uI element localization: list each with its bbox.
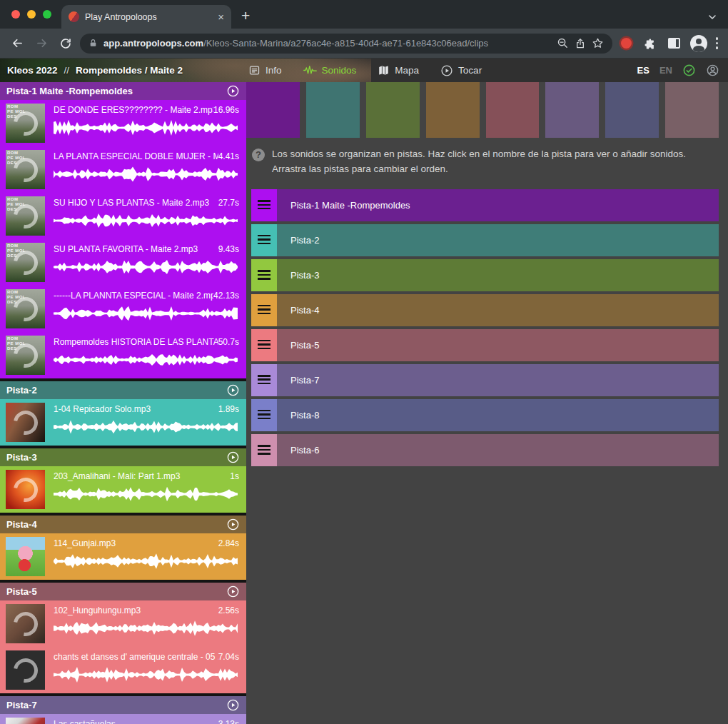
tab-mapa-label: Mapa bbox=[395, 65, 419, 76]
lang-es-button[interactable]: ES bbox=[637, 65, 649, 76]
tab-tocar[interactable]: Tocar bbox=[440, 64, 482, 77]
play-track-button[interactable] bbox=[226, 84, 240, 98]
clip-duration: 50.7s bbox=[218, 337, 239, 347]
audio-clip[interactable]: ROM PE MOL DES Rompemoldes HISTORIA DE L… bbox=[0, 332, 246, 378]
track-row-pista2[interactable]: Pista-2 bbox=[251, 224, 719, 256]
tab-sonidos-label: Sonidos bbox=[322, 65, 357, 76]
color-swatch bbox=[306, 82, 360, 138]
address-bar[interactable]: app.antropoloops.com/Kleos-Santa-Marina/… bbox=[80, 34, 612, 54]
color-swatch bbox=[426, 82, 480, 138]
play-track-button[interactable] bbox=[226, 451, 240, 464]
track-name: Pista-2 bbox=[6, 385, 37, 396]
track-row-name[interactable]: Pista-4 bbox=[277, 294, 719, 326]
reload-button[interactable] bbox=[56, 34, 76, 54]
color-swatch bbox=[486, 82, 540, 138]
drag-handle-icon[interactable] bbox=[251, 189, 277, 221]
side-panel-icon[interactable] bbox=[664, 34, 684, 54]
tab-favicon bbox=[69, 11, 79, 22]
zoom-window-button[interactable] bbox=[43, 10, 51, 19]
extensions-puzzle-icon[interactable] bbox=[640, 34, 660, 54]
browser-menu-icon[interactable] bbox=[713, 37, 722, 49]
clip-thumbnail: ROM PE MOL DES bbox=[6, 243, 45, 282]
profile-avatar[interactable] bbox=[689, 34, 709, 54]
drag-handle-icon[interactable] bbox=[251, 434, 277, 466]
waveform bbox=[54, 418, 239, 436]
track-row-name[interactable]: Pista-5 bbox=[277, 329, 719, 361]
track-row-name[interactable]: Pista-6 bbox=[277, 434, 719, 466]
breadcrumb-project[interactable]: Kleos 2022 bbox=[7, 65, 58, 76]
track-header[interactable]: Pista-7 bbox=[0, 696, 246, 714]
browser-window: Play Antropoloops × + app.antropoloops.c… bbox=[0, 0, 728, 724]
track-name: Pista-3 bbox=[6, 452, 37, 463]
clip-thumbnail bbox=[6, 403, 45, 442]
track-row-pista3[interactable]: Pista-3 bbox=[251, 259, 719, 291]
drag-handle-icon[interactable] bbox=[251, 399, 277, 431]
tab-sonidos[interactable]: Sonidos bbox=[303, 65, 357, 76]
tab-close-icon[interactable]: × bbox=[218, 11, 224, 22]
clip-duration: 3.13s bbox=[218, 719, 239, 724]
new-tab-button[interactable]: + bbox=[241, 7, 250, 24]
audio-clip[interactable]: chants et danses d' amerique centrale - … bbox=[0, 647, 246, 693]
track-header[interactable]: Pista-1 Maite -Rompemoldes bbox=[0, 82, 246, 100]
drag-handle-icon[interactable] bbox=[251, 259, 277, 291]
track-row-pista6[interactable]: Pista-6 bbox=[251, 434, 719, 466]
tab-search-chevron-icon[interactable] bbox=[707, 11, 718, 23]
track-row-name[interactable]: Pista-7 bbox=[277, 364, 719, 396]
track-row-name[interactable]: Pista-8 bbox=[277, 399, 719, 431]
breadcrumb-path[interactable]: Rompemoldes / Maite 2 bbox=[76, 65, 183, 76]
drag-handle-icon[interactable] bbox=[251, 294, 277, 326]
back-button[interactable] bbox=[7, 34, 27, 54]
clip-title: 203_Amalihani - Mali: Part 1.mp3 bbox=[54, 471, 230, 481]
clip-duration: 2.56s bbox=[218, 605, 239, 615]
tab-mapa[interactable]: Mapa bbox=[378, 64, 419, 76]
track-row-name[interactable]: Pista-3 bbox=[277, 259, 719, 291]
audio-clip[interactable]: 203_Amalihani - Mali: Part 1.mp3 1s bbox=[0, 466, 246, 513]
color-swatch bbox=[665, 82, 719, 138]
audio-clip[interactable]: ROM PE MOL DES LA PLANTA ESPECIAL DOBLE … bbox=[0, 146, 246, 193]
tab-info[interactable]: Info bbox=[248, 64, 282, 76]
track-row-pista1[interactable]: Pista-1 Maite -Rompemoldes bbox=[251, 189, 719, 221]
lang-en-button[interactable]: EN bbox=[659, 65, 672, 76]
waveform bbox=[54, 351, 239, 369]
waveform bbox=[54, 304, 239, 323]
track-row-name[interactable]: Pista-1 Maite -Rompemoldes bbox=[277, 189, 719, 221]
track-row-pista7[interactable]: Pista-7 bbox=[251, 364, 719, 396]
drag-handle-icon[interactable] bbox=[251, 329, 277, 361]
zoom-page-icon[interactable] bbox=[557, 37, 569, 49]
track-header[interactable]: Pista-5 bbox=[0, 583, 246, 600]
close-window-button[interactable] bbox=[11, 10, 20, 19]
play-track-button[interactable] bbox=[226, 698, 240, 712]
audio-clip[interactable]: 1-04 Repicador Solo.mp3 1.89s bbox=[0, 399, 246, 446]
track-row-pista4[interactable]: Pista-4 bbox=[251, 294, 719, 326]
track-header[interactable]: Pista-4 bbox=[0, 516, 246, 533]
status-check-icon[interactable] bbox=[682, 64, 696, 77]
audio-clip[interactable]: ROM PE MOL DES ------LA PLANNTA ESPECIAL… bbox=[0, 286, 246, 332]
share-icon[interactable] bbox=[575, 38, 586, 49]
audio-clip[interactable]: 114_Gunjai.mp3 2.84s bbox=[0, 533, 246, 580]
bookmark-star-icon[interactable] bbox=[592, 37, 604, 49]
audio-clip[interactable]: 102_Hunguhungu.mp3 2.56s bbox=[0, 600, 246, 647]
audio-clip[interactable]: ROM PE MOL DES SU PLANTA FAVORITA - Mait… bbox=[0, 239, 246, 286]
track-header[interactable]: Pista-2 bbox=[0, 381, 246, 399]
play-track-button[interactable] bbox=[226, 518, 240, 531]
drag-handle-icon[interactable] bbox=[251, 364, 277, 396]
audio-clip[interactable]: Las castañuelas 3.13s bbox=[0, 714, 246, 724]
track-row-pista8[interactable]: Pista-8 bbox=[251, 399, 719, 431]
url-text: app.antropoloops.com/Kleos-Santa-Marina/… bbox=[103, 38, 551, 49]
track-name: Pista-5 bbox=[6, 586, 37, 597]
minimize-window-button[interactable] bbox=[27, 10, 36, 19]
recording-indicator-icon[interactable] bbox=[621, 38, 632, 49]
track-row-pista5[interactable]: Pista-5 bbox=[251, 329, 719, 361]
track-header[interactable]: Pista-3 bbox=[0, 448, 246, 466]
clip-title: SU HIJO Y LAS PLANTAS - Maite 2.mp3 bbox=[54, 198, 218, 208]
drag-handle-icon[interactable] bbox=[251, 224, 277, 256]
audio-clip[interactable]: ROM PE MOL DES SU HIJO Y LAS PLANTAS - M… bbox=[0, 193, 246, 239]
audio-clip[interactable]: ROM PE MOL DES DE DONDE ERES???????? - M… bbox=[0, 100, 246, 146]
clip-thumbnail: ROM PE MOL DES bbox=[6, 289, 45, 328]
account-icon[interactable] bbox=[706, 64, 719, 77]
play-track-button[interactable] bbox=[226, 383, 240, 397]
track-row-name[interactable]: Pista-2 bbox=[277, 224, 719, 256]
play-track-button[interactable] bbox=[226, 585, 240, 598]
browser-tab[interactable]: Play Antropoloops × bbox=[61, 5, 231, 29]
forward-button[interactable] bbox=[31, 34, 51, 54]
